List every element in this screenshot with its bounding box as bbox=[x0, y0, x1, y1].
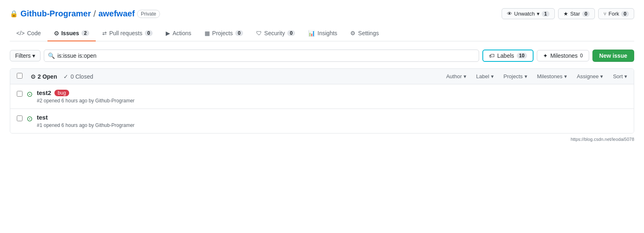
repo-name-link[interactable]: awefwaef bbox=[98, 9, 135, 18]
milestones-button[interactable]: ✦ Milestones 0 bbox=[537, 50, 589, 61]
issue-open-icon-2: ⊙ bbox=[27, 114, 33, 123]
footer-url: https://blog.csdn.net/leodai5078 bbox=[571, 137, 634, 142]
issue-1-author-link[interactable]: Github-Programer bbox=[95, 98, 135, 104]
issue-2-title[interactable]: test bbox=[37, 114, 48, 121]
assignee-filter-label: Assignee bbox=[577, 73, 599, 79]
filters-label: Filters bbox=[15, 52, 31, 59]
open-circle-icon: ⊙ bbox=[31, 73, 36, 80]
security-icon: 🛡 bbox=[256, 30, 262, 36]
open-issues-label[interactable]: ⊙ 2 Open bbox=[31, 73, 57, 80]
issue-2-number: #1 bbox=[37, 122, 42, 128]
issues-table: ⊙ 2 Open ✓ 0 Closed Author Label Project… bbox=[10, 68, 634, 133]
code-icon: </> bbox=[16, 30, 25, 36]
tab-projects[interactable]: ▦ Projects 0 bbox=[198, 26, 250, 41]
private-badge: Private bbox=[137, 10, 160, 18]
filters-button[interactable]: Filters ▾ bbox=[10, 50, 41, 61]
milestones-filter-button[interactable]: Milestones bbox=[537, 73, 567, 79]
issue-2-title-row: test bbox=[37, 114, 627, 121]
issues-table-header: ⊙ 2 Open ✓ 0 Closed Author Label Project… bbox=[10, 69, 634, 84]
issue-2-author-link[interactable]: Github-Programer bbox=[95, 122, 135, 128]
issue-1-opened: opened 6 hours ago by bbox=[44, 98, 95, 104]
tab-security-label: Security bbox=[264, 30, 285, 36]
issue-2-content: test #1 opened 6 hours ago by Github-Pro… bbox=[37, 114, 627, 128]
filters-chevron-icon: ▾ bbox=[32, 52, 35, 59]
milestones-label: Milestones bbox=[550, 52, 578, 59]
tab-security-count: 0 bbox=[287, 30, 295, 36]
search-input[interactable] bbox=[44, 50, 479, 62]
issue-1-content: test2 bug #2 opened 6 hours ago by Githu… bbox=[37, 89, 627, 104]
tab-code[interactable]: </> Code bbox=[10, 26, 47, 41]
projects-filter-button[interactable]: Projects bbox=[504, 73, 527, 79]
nav-tabs: </> Code ⊙ Issues 2 ⇄ Pull requests 0 ▶ … bbox=[10, 26, 634, 41]
repo-header: 🔒 Github-Programer / awefwaef Private 👁 … bbox=[10, 8, 634, 19]
sort-filter-label: Sort bbox=[613, 73, 623, 79]
issue-2-checkbox[interactable] bbox=[17, 115, 23, 121]
milestones-count: 0 bbox=[580, 53, 583, 59]
new-issue-button[interactable]: New issue bbox=[592, 50, 634, 62]
star-button[interactable]: ★ Star 0 bbox=[558, 8, 595, 19]
closed-issues-label[interactable]: ✓ 0 Closed bbox=[63, 73, 93, 80]
fork-count: 0 bbox=[621, 11, 629, 17]
fork-icon: ⑂ bbox=[603, 11, 606, 17]
star-icon: ★ bbox=[563, 11, 568, 17]
header-filters: Author Label Projects Milestones Assigne… bbox=[446, 73, 627, 79]
open-closed-toggle: ⊙ 2 Open ✓ 0 Closed bbox=[31, 73, 439, 80]
closed-count: 0 Closed bbox=[70, 73, 93, 80]
search-input-wrap: 🔍 bbox=[44, 50, 479, 62]
filters-bar: Filters ▾ 🔍 🏷 Labels 10 ✦ Milestones 0 N… bbox=[10, 50, 634, 62]
fork-button[interactable]: ⑂ Fork 0 bbox=[598, 8, 634, 19]
tab-pull-requests[interactable]: ⇄ Pull requests 0 bbox=[96, 26, 159, 41]
labels-button[interactable]: 🏷 Labels 10 bbox=[482, 50, 534, 62]
issue-1-title-row: test2 bug bbox=[37, 89, 627, 96]
milestones-filter-label: Milestones bbox=[537, 73, 563, 79]
star-count: 0 bbox=[582, 11, 590, 17]
star-label: Star bbox=[570, 11, 580, 17]
tab-issues[interactable]: ⊙ Issues 2 bbox=[47, 26, 96, 41]
label-filter-label: Label bbox=[476, 73, 489, 79]
tab-actions[interactable]: ▶ Actions bbox=[159, 26, 198, 41]
tab-settings[interactable]: ⚙ Settings bbox=[344, 26, 385, 41]
tab-issues-count: 2 bbox=[81, 30, 89, 36]
tab-projects-count: 0 bbox=[235, 30, 243, 36]
select-all-checkbox[interactable] bbox=[17, 73, 23, 79]
tab-code-label: Code bbox=[27, 30, 41, 36]
assignee-filter-button[interactable]: Assignee bbox=[577, 73, 603, 79]
projects-filter-label: Projects bbox=[504, 73, 523, 79]
label-filter-button[interactable]: Label bbox=[476, 73, 494, 79]
unwatch-count: 1 bbox=[542, 11, 549, 17]
tab-insights[interactable]: 📊 Insights bbox=[302, 26, 344, 41]
labels-count: 10 bbox=[517, 53, 527, 59]
fork-label: Fork bbox=[608, 11, 619, 17]
repo-actions: 👁 Unwatch ▾ 1 ★ Star 0 ⑂ Fork 0 bbox=[498, 8, 634, 19]
author-filter-label: Author bbox=[446, 73, 462, 79]
milestone-icon: ✦ bbox=[543, 52, 548, 59]
tab-security[interactable]: 🛡 Security 0 bbox=[250, 26, 302, 41]
repo-owner-link[interactable]: Github-Programer bbox=[20, 9, 91, 18]
author-filter-button[interactable]: Author bbox=[446, 73, 466, 79]
settings-icon: ⚙ bbox=[350, 30, 356, 36]
issue-row-1: ⊙ test2 bug #2 opened 6 hours ago by Git… bbox=[10, 84, 634, 109]
eye-icon: 👁 bbox=[507, 11, 512, 17]
lock-icon: 🔒 bbox=[10, 10, 18, 18]
tab-projects-label: Projects bbox=[212, 30, 233, 36]
issue-1-bug-label[interactable]: bug bbox=[54, 90, 69, 96]
projects-icon: ▦ bbox=[205, 30, 210, 36]
chevron-down-icon: ▾ bbox=[537, 11, 540, 17]
tab-settings-label: Settings bbox=[358, 30, 379, 36]
unwatch-label: Unwatch bbox=[514, 11, 535, 17]
issues-icon: ⊙ bbox=[54, 30, 59, 36]
open-count: 2 Open bbox=[38, 73, 57, 80]
sort-filter-button[interactable]: Sort bbox=[613, 73, 627, 79]
unwatch-button[interactable]: 👁 Unwatch ▾ 1 bbox=[502, 8, 555, 19]
label-tag-icon: 🏷 bbox=[489, 52, 495, 59]
issue-1-number: #2 bbox=[37, 98, 42, 104]
labels-label: Labels bbox=[497, 52, 514, 59]
actions-icon: ▶ bbox=[166, 30, 170, 36]
issue-1-title[interactable]: test2 bbox=[37, 89, 51, 96]
pr-icon: ⇄ bbox=[102, 30, 107, 36]
issue-open-icon-1: ⊙ bbox=[27, 90, 33, 99]
tab-pr-label: Pull requests bbox=[109, 30, 142, 36]
page-wrapper: 🔒 Github-Programer / awefwaef Private 👁 … bbox=[0, 0, 644, 150]
select-all-wrap bbox=[17, 73, 24, 80]
issue-1-checkbox[interactable] bbox=[17, 91, 23, 97]
